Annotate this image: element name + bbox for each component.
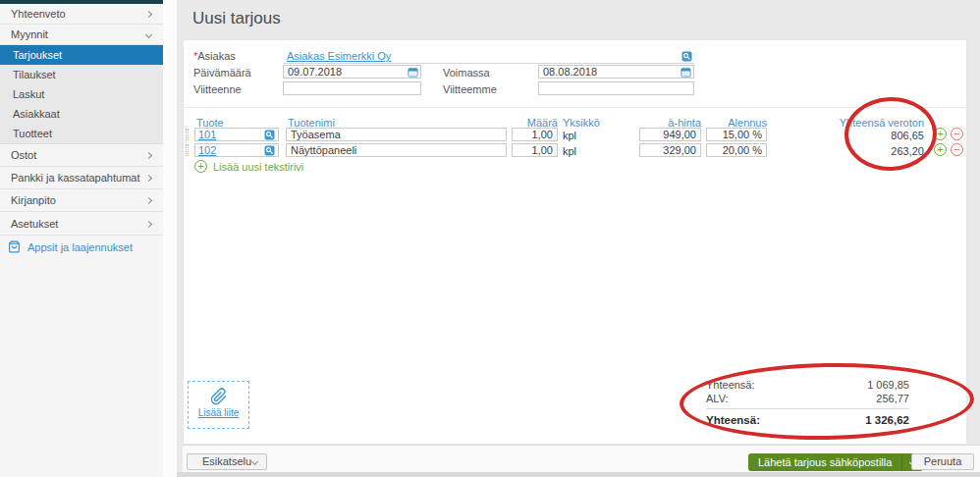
calendar-icon[interactable] xyxy=(681,67,691,78)
chevron-right-icon xyxy=(145,11,152,18)
sidebar-item-laskut[interactable]: Laskut xyxy=(0,84,163,104)
totals-block: Yhteensä: 1 069,85 ALV: 256,77 Yhteensä:… xyxy=(706,378,909,427)
chevron-right-icon xyxy=(145,197,152,204)
voimassa-input[interactable] xyxy=(538,65,694,79)
sidebar-item-label: Laskut xyxy=(13,88,44,100)
sidebar-item-yhteenveto[interactable]: Yhteenveto xyxy=(0,4,163,25)
sidebar-item-ostot[interactable]: Ostot xyxy=(0,144,163,167)
tuote-field[interactable]: 101 xyxy=(194,128,279,141)
sidebar-item-label: Tilaukset xyxy=(13,69,56,80)
grand-total-label: Yhteensä: xyxy=(706,413,760,427)
sidebar-submenu-myynnit: Tarjoukset Tilaukset Laskut Asiakkaat Tu… xyxy=(0,45,163,144)
grand-total-row: Yhteensä: 1 326,62 xyxy=(706,413,909,427)
cancel-button[interactable]: Peruuta xyxy=(911,453,974,470)
vat-value: 256,77 xyxy=(876,392,909,405)
row-total-value: 263,20 xyxy=(773,145,924,157)
send-offer-button[interactable]: Lähetä tarjous sähköpostilla xyxy=(748,453,923,471)
col-header-yhteensa-veroton: Yhteensä veroton xyxy=(773,117,924,129)
subtotal-label: Yhteensä: xyxy=(706,378,755,392)
tuote-field[interactable]: 102 xyxy=(194,143,279,157)
paperclip-icon xyxy=(210,388,228,405)
add-text-row-label: Lisää uusi tekstirivi xyxy=(213,161,303,173)
paivamaara-input[interactable] xyxy=(283,65,421,79)
sidebar-item-myynnit[interactable]: Myynnit xyxy=(0,25,163,45)
tuotenimi-input[interactable] xyxy=(286,143,507,157)
product-lookup-icon[interactable] xyxy=(264,145,275,156)
sidebar-item-label: Asetukset xyxy=(11,218,58,230)
sidebar-item-label: Asiakkaat xyxy=(13,108,60,120)
sidebar-item-pankki[interactable]: Pankki ja kassatapahtumat xyxy=(0,167,163,189)
product-link[interactable]: 102 xyxy=(198,144,216,156)
shopping-bag-icon xyxy=(8,240,21,253)
chevron-right-icon xyxy=(145,175,152,182)
section-divider xyxy=(184,107,966,108)
viitteenne-input[interactable] xyxy=(283,81,421,95)
asiakas-label: *Asiakas xyxy=(193,50,236,62)
product-link[interactable]: 101 xyxy=(198,129,216,140)
sidebar-divider xyxy=(163,0,177,477)
sidebar-item-tilaukset[interactable]: Tilaukset xyxy=(0,65,163,84)
a-hinta-input[interactable] xyxy=(639,143,701,157)
product-lookup-icon[interactable] xyxy=(264,130,275,140)
paivamaara-label: Päivämäärä xyxy=(193,67,251,79)
chevron-down-icon xyxy=(251,458,258,465)
cancel-button-label: Peruuta xyxy=(924,455,962,467)
sidebar-item-tuotteet[interactable]: Tuotteet xyxy=(0,124,163,143)
preview-button-label: Esikatselu xyxy=(202,455,251,467)
yksikko-value: kpl xyxy=(563,145,576,157)
grand-total-value: 1 326,62 xyxy=(865,413,909,427)
footer-bar: Esikatselu Lähetä tarjous sähköpostilla … xyxy=(183,445,980,472)
offer-form-card: *Asiakas Asiakas Esimerkki Oy Päivämäärä… xyxy=(183,39,967,445)
sidebar: Yhteenveto Myynnit Tarjoukset Tilaukset … xyxy=(0,0,163,477)
customer-lookup-icon[interactable] xyxy=(681,51,692,62)
yksikko-value: kpl xyxy=(563,130,576,141)
send-offer-button-label: Lähetä tarjous sähköpostilla xyxy=(748,453,901,471)
sidebar-item-label: Appsit ja laajennukset xyxy=(27,241,133,253)
row-total-value: 806,65 xyxy=(773,130,924,141)
chevron-right-icon xyxy=(145,221,152,228)
add-attachment-box[interactable]: Lisää liite xyxy=(188,381,249,429)
viitteemme-input[interactable] xyxy=(538,81,694,95)
alennus-input[interactable] xyxy=(706,143,767,157)
voimassa-label: Voimassa xyxy=(443,67,490,79)
remove-row-button[interactable]: − xyxy=(951,128,963,140)
sidebar-item-kirjanpito[interactable]: Kirjanpito xyxy=(0,189,163,212)
plus-circle-icon: + xyxy=(194,160,207,173)
calendar-icon[interactable] xyxy=(408,67,418,78)
sidebar-item-asiakkaat[interactable]: Asiakkaat xyxy=(0,104,163,124)
sidebar-item-label: Tarjoukset xyxy=(13,49,62,61)
subtotal-row: Yhteensä: 1 069,85 xyxy=(706,378,909,392)
drag-handle-icon[interactable] xyxy=(186,144,189,156)
preview-button[interactable]: Esikatselu xyxy=(187,453,267,470)
maara-input[interactable] xyxy=(512,143,558,157)
sidebar-item-label: Yhteenveto xyxy=(11,8,66,20)
viitteenne-label: Viitteenne xyxy=(193,83,242,95)
viitteemme-label: Viitteemme xyxy=(443,83,497,95)
page-title: Uusi tarjous xyxy=(192,9,281,28)
alennus-input[interactable] xyxy=(706,128,767,141)
asiakas-field[interactable]: Asiakas Esimerkki Oy xyxy=(283,50,694,64)
sidebar-item-appsit[interactable]: Appsit ja laajennukset xyxy=(0,236,163,258)
sidebar-item-tarjoukset[interactable]: Tarjoukset xyxy=(0,45,163,65)
sidebar-item-label: Kirjanpito xyxy=(11,194,56,206)
a-hinta-input[interactable] xyxy=(639,128,701,141)
vat-row: ALV: 256,77 xyxy=(706,392,909,405)
col-header-yksikko: Yksikkö xyxy=(563,117,600,129)
sidebar-item-label: Ostot xyxy=(11,149,36,161)
remove-row-button[interactable]: − xyxy=(951,143,963,156)
drag-handle-icon[interactable] xyxy=(186,129,189,140)
add-row-button[interactable]: + xyxy=(934,143,947,156)
sidebar-item-asetukset[interactable]: Asetukset xyxy=(0,212,163,236)
bottom-strip xyxy=(177,472,980,477)
asiakas-link[interactable]: Asiakas Esimerkki Oy xyxy=(287,50,391,62)
add-attachment-link[interactable]: Lisää liite xyxy=(189,407,248,418)
totals-divider xyxy=(706,408,909,409)
add-row-button[interactable]: + xyxy=(934,128,947,140)
sidebar-item-label: Pankki ja kassatapahtumat xyxy=(11,172,139,184)
chevron-down-icon xyxy=(145,31,152,38)
vat-label: ALV: xyxy=(706,392,729,405)
add-text-row-link[interactable]: + Lisää uusi tekstirivi xyxy=(194,160,303,173)
tuotenimi-input[interactable] xyxy=(286,128,507,141)
chevron-right-icon xyxy=(145,152,152,159)
maara-input[interactable] xyxy=(512,128,558,141)
